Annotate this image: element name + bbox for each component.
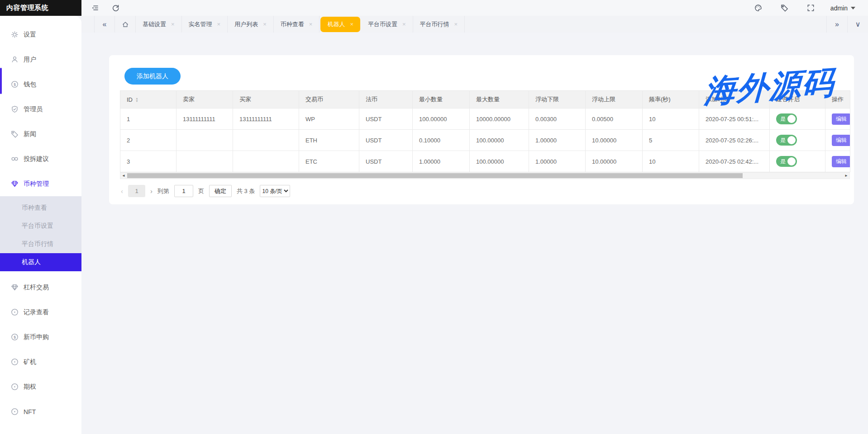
cell-added-time: 2020-07-25 02:42:... bbox=[699, 151, 770, 172]
sidebar: 设置 用户 $ 钱包 管理员 bbox=[0, 16, 81, 434]
cell-float-upper: 10.00000 bbox=[586, 130, 643, 151]
sidebar-item-news[interactable]: 新闻 bbox=[0, 122, 81, 146]
confirm-page-button[interactable]: 确定 bbox=[209, 185, 232, 197]
collapse-sidebar-button[interactable] bbox=[87, 0, 102, 16]
sidebar-item-label: 新币申购 bbox=[24, 333, 49, 341]
sidebar-item-wallet[interactable]: $ 钱包 bbox=[0, 72, 81, 97]
table-row: 3 ETC USDT 1.00000 100.00000 1.00000 10.… bbox=[120, 151, 850, 172]
edit-button[interactable]: 编辑 bbox=[832, 156, 850, 167]
tags-button[interactable] bbox=[777, 0, 792, 16]
cell-fiat: USDT bbox=[359, 151, 413, 172]
cell-id: 1 bbox=[120, 108, 176, 130]
user-menu[interactable]: admin bbox=[830, 5, 855, 12]
time-circle-icon bbox=[11, 383, 19, 391]
close-icon[interactable]: × bbox=[263, 21, 267, 28]
sidebar-item-label: 币种管理 bbox=[24, 180, 49, 188]
close-icon[interactable]: × bbox=[402, 21, 406, 28]
tabbar: « 基础设置 × 实名管理 × 用户列表 × 币种查看 × bbox=[81, 16, 868, 33]
topbar: 内容管理系统 bbox=[0, 0, 868, 16]
edit-button[interactable]: 编辑 bbox=[832, 135, 850, 146]
submenu-item-coin-view[interactable]: 币种查看 bbox=[0, 199, 81, 217]
close-icon[interactable]: × bbox=[350, 21, 353, 28]
sidebar-item-label: 杠杆交易 bbox=[24, 283, 49, 292]
close-icon[interactable]: × bbox=[309, 21, 313, 28]
current-page-button[interactable]: 1 bbox=[128, 185, 145, 197]
sidebar-item-settings[interactable]: 设置 bbox=[0, 22, 81, 47]
next-page-button[interactable]: › bbox=[150, 187, 153, 195]
sort-icon[interactable]: ▲▼ bbox=[135, 97, 138, 103]
tab-robot-active[interactable]: 机器人 × bbox=[320, 17, 360, 32]
sidebar-item-feedback[interactable]: 投拆建议 bbox=[0, 146, 81, 171]
cell-buyer bbox=[233, 151, 299, 172]
enabled-toggle[interactable]: 是 bbox=[776, 113, 797, 124]
sidebar-item-options[interactable]: 期权 bbox=[0, 374, 81, 399]
header-float-upper: 浮动上限 bbox=[586, 91, 643, 108]
enabled-toggle[interactable]: 是 bbox=[776, 135, 797, 146]
sidebar-item-coin-management[interactable]: 币种管理 bbox=[0, 171, 81, 196]
horizontal-scrollbar[interactable]: ◄ ► bbox=[120, 172, 850, 179]
horizontal-scrollbar-thumb[interactable] bbox=[127, 173, 743, 178]
cell-float-lower: 1.00000 bbox=[529, 130, 586, 151]
submenu-item-platform-coin-settings[interactable]: 平台币设置 bbox=[0, 217, 81, 235]
sidebar-item-label: 矿机 bbox=[24, 358, 36, 366]
theme-button[interactable] bbox=[751, 0, 766, 16]
topbar-right: admin bbox=[740, 0, 868, 16]
tab-user-list[interactable]: 用户列表 × bbox=[228, 16, 274, 33]
tab-platform-coin-settings[interactable]: 平台币设置 × bbox=[361, 16, 413, 33]
cell-added-time: 2020-07-25 00:51:... bbox=[699, 108, 770, 130]
close-icon[interactable]: × bbox=[171, 21, 175, 28]
sidebar-menu: 设置 用户 $ 钱包 管理员 bbox=[0, 16, 81, 424]
cell-enabled: 是 bbox=[770, 151, 825, 172]
caret-down-icon bbox=[851, 7, 855, 9]
header-id[interactable]: ID▲▼ bbox=[120, 91, 176, 108]
tab-platform-coin-market[interactable]: 平台币行情 × bbox=[413, 16, 465, 33]
enabled-toggle[interactable]: 是 bbox=[776, 156, 797, 167]
sidebar-item-leverage-trading[interactable]: 杠杆交易 bbox=[0, 275, 81, 300]
submenu-item-label: 机器人 bbox=[22, 258, 41, 266]
dollar-circle-icon: $ bbox=[11, 80, 19, 88]
dollar-circle-icon: $ bbox=[11, 333, 19, 341]
tabs-scroll-right-button[interactable]: » bbox=[826, 16, 847, 33]
sidebar-item-nft[interactable]: NFT bbox=[0, 399, 81, 424]
edit-button[interactable]: 编辑 bbox=[832, 113, 850, 125]
sidebar-item-label: 期权 bbox=[24, 383, 36, 391]
tab-basic-settings[interactable]: 基础设置 × bbox=[136, 16, 182, 33]
sidebar-item-label: NFT bbox=[24, 408, 36, 415]
submenu-item-label: 币种查看 bbox=[22, 204, 47, 212]
tabs-menu-button[interactable]: ∨ bbox=[847, 16, 868, 33]
tab-coin-view[interactable]: 币种查看 × bbox=[274, 16, 320, 33]
home-tab-button[interactable] bbox=[115, 16, 136, 33]
add-robot-button[interactable]: 添加机器人 bbox=[124, 68, 181, 85]
diamond-icon bbox=[11, 180, 19, 188]
sidebar-item-mining-machine[interactable]: 矿机 bbox=[0, 349, 81, 374]
sidebar-item-users[interactable]: 用户 bbox=[0, 47, 81, 72]
sidebar-item-admins[interactable]: 管理员 bbox=[0, 97, 81, 122]
toggle-label: 是 bbox=[780, 115, 786, 123]
header-enabled: 是否开启 bbox=[770, 91, 825, 108]
fullscreen-button[interactable] bbox=[803, 0, 819, 16]
page-size-select[interactable]: 10 条/页 bbox=[260, 185, 290, 197]
close-icon[interactable]: × bbox=[217, 21, 221, 28]
user-name: admin bbox=[830, 5, 848, 12]
tabs-scroll-left-button[interactable]: « bbox=[94, 16, 115, 33]
submenu-item-label: 平台币设置 bbox=[22, 222, 53, 230]
prev-page-button[interactable]: ‹ bbox=[121, 187, 123, 195]
content-area: 添加机器人 ID▲▼ bbox=[81, 33, 868, 434]
sidebar-item-records[interactable]: 记录查看 bbox=[0, 300, 81, 325]
cell-added-time: 2020-07-25 02:26:... bbox=[699, 130, 770, 151]
sidebar-scrollbar-thumb[interactable] bbox=[0, 68, 2, 94]
tag-icon bbox=[11, 130, 19, 138]
goto-page-input[interactable] bbox=[174, 185, 193, 197]
close-icon[interactable]: × bbox=[454, 21, 458, 28]
scroll-right-arrow-icon[interactable]: ► bbox=[843, 173, 849, 179]
cell-max-qty: 100.00000 bbox=[470, 130, 529, 151]
submenu-item-robot[interactable]: 机器人 bbox=[0, 253, 81, 271]
cell-id: 2 bbox=[120, 130, 176, 151]
refresh-button[interactable] bbox=[108, 0, 123, 16]
sidebar-item-label: 钱包 bbox=[24, 80, 36, 89]
tab-real-name-management[interactable]: 实名管理 × bbox=[182, 16, 228, 33]
goto-prefix-label: 到第 bbox=[157, 187, 169, 195]
scroll-left-arrow-icon[interactable]: ◄ bbox=[120, 173, 127, 179]
sidebar-item-new-coin-subscription[interactable]: $ 新币申购 bbox=[0, 325, 81, 349]
submenu-item-platform-coin-market[interactable]: 平台币行情 bbox=[0, 235, 81, 253]
